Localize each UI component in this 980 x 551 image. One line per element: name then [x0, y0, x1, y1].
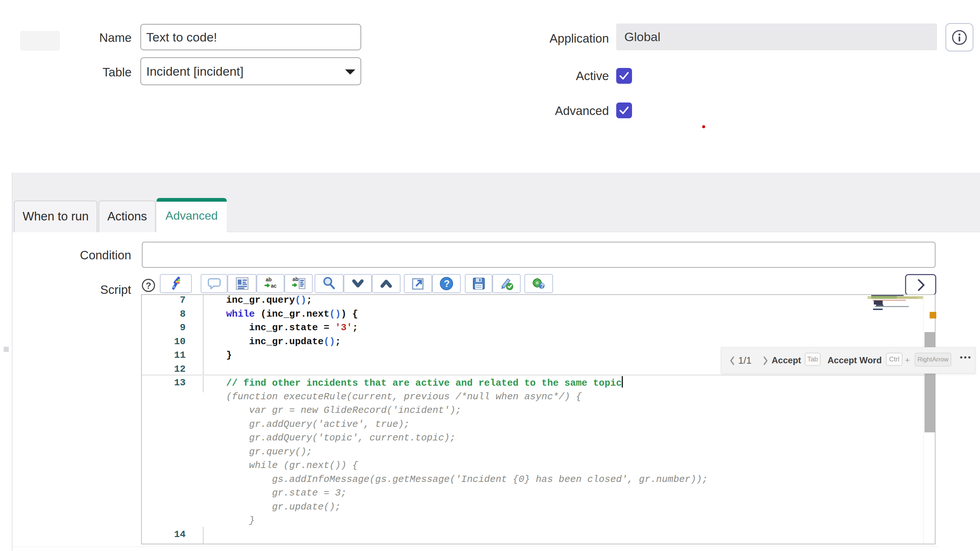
svg-text:ab: ab — [266, 276, 272, 283]
svg-text:?: ? — [444, 278, 450, 289]
svg-text:ab: ab — [293, 276, 298, 282]
svg-text:?: ? — [541, 283, 544, 289]
svg-text:ac: ac — [271, 283, 277, 289]
